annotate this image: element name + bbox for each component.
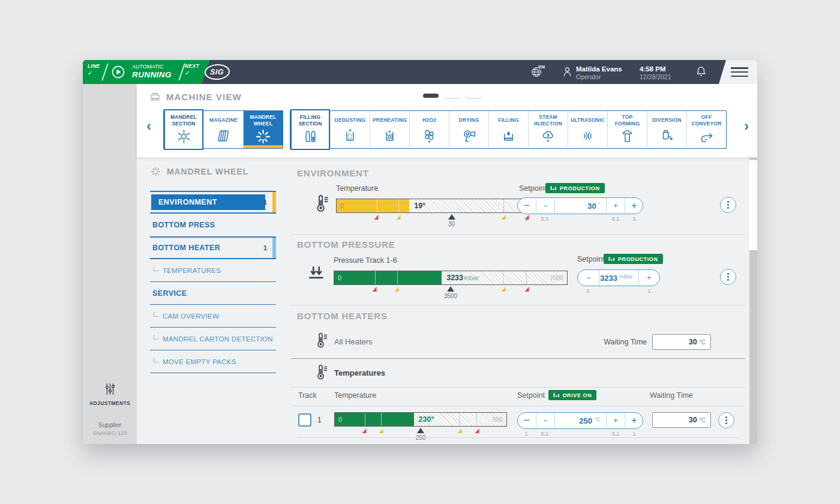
hamburger-menu-icon[interactable] <box>731 67 749 79</box>
h2o2-icon <box>421 127 438 145</box>
sidebar-item-mandrel-carton-detection[interactable]: MANDREL CARTON DETECTION <box>150 328 276 350</box>
preheating-icon <box>381 127 398 145</box>
decrease-large-button[interactable]: − <box>518 413 536 428</box>
date-label: 12/28/2021 <box>640 73 671 81</box>
track-temperature-gauge: 0500230°250 <box>334 412 507 427</box>
increase-large-button[interactable]: + <box>625 198 643 214</box>
tab-group: FILLING SECTIONDEDUSTINGPREHEATINGH2O2DR… <box>290 110 727 149</box>
mandrel-section-icon <box>175 128 193 145</box>
user-role: Operator <box>576 73 622 81</box>
state-label: RUNNING <box>132 70 172 80</box>
tab-magazine[interactable]: MAGAZINE <box>203 111 243 148</box>
tab-filling[interactable]: FILLING <box>488 111 528 148</box>
sidebar-item-service[interactable]: SERVICE <box>150 282 276 305</box>
setpoint-value-field[interactable]: 250°C <box>554 413 605 428</box>
submenu-corner-icon <box>154 358 158 362</box>
adjustments-button[interactable]: ADJUSTMENTS <box>83 381 137 406</box>
sidebar-title-label: MANDREL WHEEL <box>167 167 248 176</box>
tab-label: FILLING <box>497 114 520 127</box>
pressure-gauge: 070003233mbar3500 <box>334 271 568 285</box>
tab-ultrasonic[interactable]: ULTRASONIC <box>568 111 607 148</box>
track-waiting-time-field[interactable]: 30 °C <box>652 412 711 428</box>
sidebar-item-temperatures[interactable]: TEMPERATURES <box>150 259 276 282</box>
carousel-dash[interactable] <box>466 94 482 98</box>
sidebar-item-bottom-press[interactable]: BOTTOM PRESS <box>150 214 276 236</box>
user-icon[interactable] <box>561 65 574 78</box>
mandrel-wheel-icon <box>150 166 161 177</box>
sig-logo-text: SIG <box>210 68 224 76</box>
step-label: 1 <box>586 288 589 294</box>
tab-mandrel-wheel[interactable]: MANDREL WHEEL <box>243 111 283 148</box>
all-heaters-waiting-time-field[interactable]: 30 °C <box>652 334 711 350</box>
row-divider <box>297 437 740 438</box>
track-options-button[interactable] <box>718 412 734 428</box>
environment-options-button[interactable] <box>720 197 736 213</box>
tab-filling-section[interactable]: FILLING SECTION <box>290 109 330 150</box>
sidebar-item-environment[interactable]: ENVIRONMENT1 <box>150 191 276 214</box>
tabs-next-button[interactable]: › <box>744 119 749 133</box>
tab-label: STEAM INJECTION <box>529 114 568 127</box>
step-label: 1 <box>632 216 635 222</box>
setpoint-value-field[interactable]: 3233mBar <box>599 270 638 286</box>
tab-label: DEDUSTING <box>334 114 367 127</box>
scrollbar-track[interactable] <box>749 157 757 444</box>
step-label: 0.1 <box>612 431 620 437</box>
decrease-small-button[interactable]: − <box>536 413 555 428</box>
production-badge: PRODUCTION <box>545 183 605 193</box>
increase-large-button[interactable]: + <box>625 413 643 428</box>
left-rail: ADJUSTMENTS Supplier SN#ABC-123 <box>83 84 137 444</box>
submenu-corner-icon <box>154 312 158 317</box>
dedusting-icon <box>341 127 359 145</box>
setpoint-value-field[interactable]: 30° <box>554 198 605 214</box>
scrollbar-thumb[interactable] <box>749 160 757 250</box>
increase-small-button[interactable]: + <box>606 413 625 428</box>
carousel-dots <box>423 94 482 98</box>
decrease-large-button[interactable]: − <box>518 198 536 214</box>
sidebar-item-move-empty-packs[interactable]: MOVE EMPTY PACKS <box>150 350 276 373</box>
tab-steam-injection[interactable]: STEAM INJECTION <box>528 111 568 148</box>
sidebar-item-bottom-heater[interactable]: BOTTOM HEATER1 <box>150 236 276 259</box>
sidebar-item-label: MOVE EMPTY PACKS <box>163 358 236 365</box>
tab-diversion[interactable]: DIVERSION <box>647 111 686 148</box>
setpoint-value: 3233 <box>600 274 617 283</box>
tab-drying[interactable]: DRYING <box>449 111 488 148</box>
tab-label: DIVERSION <box>651 114 683 127</box>
status-strip <box>272 238 276 258</box>
setpoint-label: Setpoint <box>519 184 547 193</box>
increase-button[interactable]: + <box>638 270 659 286</box>
tab-label: H2O2 <box>421 114 437 127</box>
play-icon[interactable] <box>110 64 127 80</box>
supplier-serial: SN#ABC-123 <box>83 430 137 437</box>
check-icon: ✓ <box>88 70 100 77</box>
section-divider <box>291 305 745 305</box>
supplier-info: Supplier SN#ABC-123 <box>83 421 137 437</box>
increase-small-button[interactable]: + <box>606 198 625 214</box>
decrease-small-button[interactable]: − <box>536 198 555 214</box>
thermometer-icon <box>311 331 330 350</box>
tab-h2o2[interactable]: H2O2 <box>409 111 449 148</box>
sidebar-item-cam-overview[interactable]: CAM OVERVIEW <box>150 305 276 328</box>
carousel-dash[interactable] <box>445 94 460 98</box>
tab-top-forming[interactable]: TOP FORMING <box>607 111 647 148</box>
tabs-prev-button[interactable]: ‹ <box>146 119 151 133</box>
tab-label: MAGAZINE <box>208 114 239 127</box>
bottom-pressure-options-button[interactable] <box>720 269 736 285</box>
setpoint-label: Setpoint <box>577 255 605 263</box>
mandrel-wheel-icon <box>254 128 272 145</box>
sidebar-item-label: TEMPERATURES <box>163 267 221 274</box>
tab-off-conveyor[interactable]: OFF CONVEYOR <box>686 111 726 148</box>
setpoint-unit: mBar <box>619 273 633 280</box>
carousel-dash[interactable] <box>423 94 439 98</box>
user-info[interactable]: Matilda Evans Operator <box>576 65 622 82</box>
decrease-button[interactable]: − <box>578 270 599 286</box>
tab-preheating[interactable]: PREHEATING <box>370 111 409 148</box>
track-1-checkbox[interactable] <box>298 413 311 427</box>
tab-dedusting[interactable]: DEDUSTING <box>330 111 370 148</box>
step-label: 1 <box>524 431 527 437</box>
notification-badge: 1 <box>263 199 267 206</box>
tab-mandrel-section[interactable]: MANDREL SECTION <box>164 109 203 150</box>
notification-badge: 1 <box>263 244 267 251</box>
waiting-time-column-header: Waiting Time <box>650 391 693 400</box>
sidebar-items: ENVIRONMENT1BOTTOM PRESSBOTTOM HEATER1TE… <box>150 191 276 373</box>
bell-icon[interactable] <box>694 65 708 79</box>
